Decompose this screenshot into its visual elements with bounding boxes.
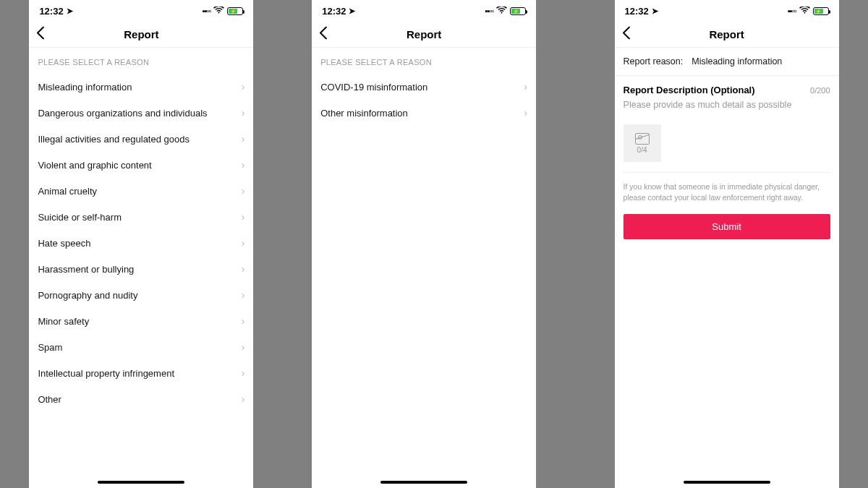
image-icon [635, 133, 650, 145]
battery-icon: ⚡ [510, 7, 526, 15]
chevron-right-icon: › [242, 263, 245, 275]
chevron-right-icon: › [242, 341, 245, 353]
chevron-right-icon: › [242, 159, 245, 171]
wifi-icon [213, 6, 224, 17]
back-button[interactable] [622, 26, 639, 43]
reason-label: Illegal activities and regulated goods [38, 134, 190, 145]
reason-item[interactable]: Other misinformation› [312, 100, 536, 126]
status-bar: 12:32 ➤ ▪▪▫▫ ⚡ [312, 0, 536, 22]
cellular-icon: ▪▪▫▫ [203, 7, 211, 15]
reason-item[interactable]: Suicide or self-harm› [29, 204, 253, 230]
wifi-icon [799, 6, 810, 17]
page-title: Report [407, 28, 441, 40]
reason-label: Hate speech [38, 238, 90, 249]
submit-button[interactable]: Submit [624, 214, 830, 239]
reason-item[interactable]: Spam› [29, 334, 253, 360]
battery-icon: ⚡ [227, 7, 243, 15]
reason-item[interactable]: Intellectual property infringement› [29, 360, 253, 386]
reason-label: Intellectual property infringement [38, 368, 174, 379]
home-indicator[interactable] [98, 481, 184, 484]
section-header: PLEASE SELECT A REASON [312, 48, 536, 74]
status-time: 12:32 [625, 6, 649, 17]
location-icon: ➤ [67, 7, 73, 16]
reason-list: COVID-19 misinformation›Other misinforma… [312, 74, 536, 126]
phone-screen-3: 12:32 ➤ ▪▪▫▫ ⚡ Report Report reason: Mis… [615, 0, 839, 488]
reason-label: Dangerous organizations and individuals [38, 108, 207, 119]
reason-label: Other misinformation [320, 108, 408, 119]
cellular-icon: ▪▪▫▫ [485, 7, 494, 15]
chevron-right-icon: › [242, 81, 245, 93]
location-icon: ➤ [652, 7, 658, 16]
wifi-icon [496, 6, 507, 17]
reason-label: Misleading information [38, 82, 132, 93]
chevron-right-icon: › [242, 237, 245, 249]
upload-counter: 0/4 [637, 146, 647, 154]
page-title: Report [124, 28, 158, 40]
reason-label: Other [38, 394, 61, 405]
reason-label: Violent and graphic content [38, 160, 151, 171]
image-upload-button[interactable]: 0/4 [624, 124, 661, 162]
section-header: PLEASE SELECT A REASON [29, 48, 253, 74]
home-indicator[interactable] [684, 481, 770, 484]
reason-label: Harassment or bullying [38, 264, 134, 275]
report-reason-value: Misleading information [692, 56, 782, 67]
reason-item[interactable]: Violent and graphic content› [29, 152, 253, 178]
chevron-right-icon: › [242, 211, 245, 223]
nav-header: Report [312, 22, 536, 48]
reason-item[interactable]: Dangerous organizations and individuals› [29, 100, 253, 126]
reason-item[interactable]: Hate speech› [29, 230, 253, 256]
disclaimer-text: If you know that someone is in immediate… [615, 173, 839, 211]
back-button[interactable] [36, 26, 54, 43]
status-bar: 12:32 ➤ ▪▪▫▫ ⚡ [615, 0, 839, 22]
reason-item[interactable]: Animal cruelty› [29, 178, 253, 204]
phone-screen-2: 12:32 ➤ ▪▪▫▫ ⚡ Report PLEASE SELECT A RE… [312, 0, 536, 488]
chevron-right-icon: › [242, 133, 245, 145]
chevron-right-icon: › [242, 315, 245, 327]
reason-item[interactable]: Other› [29, 386, 253, 412]
chevron-right-icon: › [524, 81, 528, 93]
home-indicator[interactable] [380, 481, 467, 484]
reason-label: Spam [38, 342, 62, 353]
description-title: Report Description (Optional) [624, 85, 755, 95]
char-counter: 0/200 [810, 86, 830, 95]
battery-icon: ⚡ [813, 7, 829, 15]
chevron-right-icon: › [242, 289, 245, 301]
reason-label: COVID-19 misinformation [320, 82, 427, 93]
nav-header: Report [615, 22, 839, 48]
reason-label: Animal cruelty [38, 186, 97, 197]
status-time: 12:32 [322, 6, 346, 17]
status-bar: 12:32 ➤ ▪▪▫▫ ⚡ [29, 0, 253, 22]
cellular-icon: ▪▪▫▫ [788, 7, 796, 15]
reason-item[interactable]: Minor safety› [29, 308, 253, 334]
nav-header: Report [29, 22, 253, 48]
reason-label: Suicide or self-harm [38, 212, 122, 223]
chevron-right-icon: › [524, 107, 528, 119]
reason-item[interactable]: COVID-19 misinformation› [312, 74, 536, 100]
location-icon: ➤ [349, 7, 355, 16]
phone-screen-1: 12:32 ➤ ▪▪▫▫ ⚡ Report PLEASE SELECT A RE… [29, 0, 253, 488]
description-header: Report Description (Optional) 0/200 [615, 76, 839, 100]
report-reason-label: Report reason: [624, 56, 684, 67]
reason-item[interactable]: Misleading information› [29, 74, 253, 100]
reason-item[interactable]: Pornography and nudity› [29, 282, 253, 308]
back-button[interactable] [319, 26, 336, 43]
description-input[interactable]: Please provide as much detail as possibl… [615, 100, 839, 120]
chevron-right-icon: › [242, 393, 245, 405]
reason-label: Pornography and nudity [38, 290, 137, 301]
reason-label: Minor safety [38, 316, 89, 327]
chevron-right-icon: › [242, 367, 245, 379]
chevron-right-icon: › [242, 185, 245, 197]
chevron-right-icon: › [242, 107, 245, 119]
reason-item[interactable]: Harassment or bullying› [29, 256, 253, 282]
reason-item[interactable]: Illegal activities and regulated goods› [29, 126, 253, 152]
page-title: Report [709, 28, 744, 40]
reason-list: Misleading information›Dangerous organiz… [29, 74, 253, 412]
status-time: 12:32 [39, 6, 63, 17]
report-reason-row: Report reason: Misleading information [615, 48, 839, 76]
